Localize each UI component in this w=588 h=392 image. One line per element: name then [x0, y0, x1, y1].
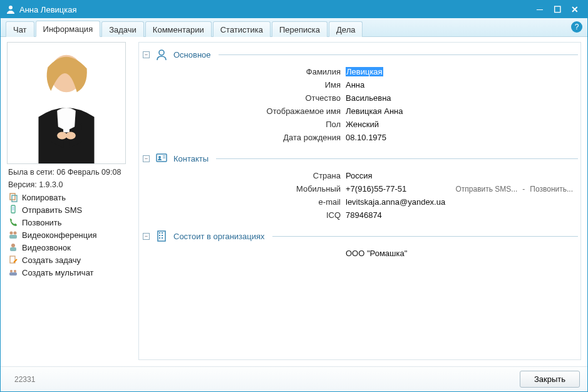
- maximize-button[interactable]: ☐: [549, 3, 566, 16]
- field-country-value[interactable]: Россия: [346, 171, 573, 180]
- video-conf-icon: [8, 230, 18, 240]
- action-video-conf-label: Видеоконференция: [22, 230, 97, 240]
- action-call[interactable]: Позвонить: [7, 217, 132, 228]
- field-gender-value[interactable]: Женский: [346, 120, 573, 129]
- window-title: Анна Левицкая: [19, 5, 531, 14]
- contacts-card-icon: [155, 152, 168, 165]
- collapse-toggle[interactable]: −: [143, 233, 150, 240]
- field-mobile-label: Мобильный: [139, 184, 346, 193]
- field-organization: ООО "Ромашка": [139, 247, 578, 260]
- field-patronymic-label: Отчество: [139, 93, 346, 103]
- field-surname: Фамилия Левицкая: [139, 65, 578, 78]
- section-divider: [272, 236, 578, 237]
- close-button[interactable]: Закрыть: [520, 371, 580, 388]
- svg-rect-25: [162, 232, 163, 234]
- svg-rect-26: [159, 235, 160, 236]
- section-main-header: − Основное: [139, 48, 578, 61]
- avatar: [7, 42, 126, 164]
- field-organization-value[interactable]: ООО "Ромашка": [346, 249, 573, 258]
- close-window-button[interactable]: ✕: [566, 3, 584, 16]
- action-send-sms[interactable]: Отправить SMS: [7, 204, 132, 215]
- tab-correspondence[interactable]: Переписка: [272, 21, 328, 37]
- section-contacts-title: Контакты: [173, 154, 209, 163]
- version-text: Версия: 1.9.3.0: [7, 180, 132, 189]
- svg-point-10: [14, 232, 17, 235]
- tabs-row: Чат Информация Задачи Комментарии Статис…: [1, 18, 587, 37]
- svg-point-20: [158, 156, 161, 158]
- svg-point-12: [11, 244, 15, 247]
- svg-point-9: [10, 232, 13, 235]
- action-create-multichat[interactable]: Создать мультичат: [7, 267, 132, 278]
- svg-rect-28: [159, 237, 160, 239]
- tab-tasks[interactable]: Задачи: [101, 21, 144, 37]
- sms-icon: [8, 205, 18, 215]
- minimize-button[interactable]: ─: [531, 3, 549, 16]
- section-contacts-header: − Контакты: [139, 152, 578, 165]
- field-country-label: Страна: [139, 171, 346, 180]
- section-divider: [219, 54, 578, 55]
- tab-cases[interactable]: Дела: [329, 21, 363, 37]
- field-display-value[interactable]: Левицкая Анна: [346, 106, 573, 116]
- section-main: − Основное Фамилия Левицкая Имя Анна: [139, 48, 578, 144]
- field-icq-value[interactable]: 78946874: [346, 210, 573, 220]
- field-name: Имя Анна: [139, 78, 578, 91]
- building-icon: [155, 229, 168, 243]
- field-email: e-mail levitskaja.anna@yandex.ua: [139, 195, 578, 209]
- field-country: Страна Россия: [139, 169, 578, 182]
- action-video-conf[interactable]: Видеоконференция: [7, 229, 132, 240]
- help-icon[interactable]: ?: [571, 21, 582, 33]
- action-copy-label: Копировать: [22, 193, 66, 202]
- section-main-title: Основное: [173, 50, 211, 59]
- content-area: Была в сети: 06 Февраль 09:08 Версия: 1.…: [1, 37, 587, 366]
- tab-statistics[interactable]: Статистика: [213, 21, 271, 37]
- collapse-toggle[interactable]: −: [143, 51, 150, 58]
- field-gender-label: Пол: [139, 120, 346, 129]
- field-email-label: e-mail: [139, 197, 346, 207]
- svg-rect-13: [10, 247, 16, 251]
- last-seen-text: Была в сети: 06 Февраль 09:08: [7, 168, 132, 177]
- field-surname-label: Фамилия: [139, 67, 346, 76]
- svg-point-0: [9, 6, 13, 9]
- field-display-name: Отображаемое имя Левицкая Анна: [139, 105, 578, 118]
- person-card-icon: [155, 48, 168, 61]
- field-email-value[interactable]: levitskaja.anna@yandex.ua: [346, 197, 573, 207]
- field-surname-value[interactable]: Левицкая: [346, 67, 383, 76]
- collapse-toggle[interactable]: −: [143, 155, 150, 162]
- field-mobile-value[interactable]: +7(916)55-77-51: [346, 184, 406, 193]
- action-call-label: Позвонить: [22, 218, 62, 227]
- svg-rect-5: [10, 193, 15, 200]
- svg-rect-11: [9, 235, 17, 239]
- field-dob-label: Дата рождения: [139, 133, 346, 142]
- field-dob-value[interactable]: 08.10.1975: [346, 133, 573, 142]
- action-copy[interactable]: Копировать: [7, 192, 132, 203]
- section-divider: [216, 158, 578, 159]
- field-name-label: Имя: [139, 80, 346, 90]
- svg-rect-17: [9, 272, 17, 276]
- tab-comments[interactable]: Комментарии: [145, 21, 212, 37]
- field-dob: Дата рождения 08.10.1975: [139, 131, 578, 144]
- field-name-value[interactable]: Анна: [346, 80, 573, 90]
- field-patronymic-value[interactable]: Васильевна: [346, 93, 573, 103]
- action-video-call[interactable]: Видеозвонок: [7, 242, 132, 253]
- action-create-multichat-label: Создать мультичат: [22, 268, 94, 277]
- svg-rect-6: [12, 195, 17, 202]
- mobile-send-sms-link[interactable]: Отправить SMS...: [455, 185, 517, 193]
- footer: 22331 Закрыть: [1, 366, 587, 391]
- window-frame: Анна Левицкая ─ ☐ ✕ Чат Информация Задач…: [0, 0, 588, 392]
- action-create-task-label: Создать задачу: [22, 255, 81, 265]
- tab-chat[interactable]: Чат: [6, 21, 34, 37]
- titlebar: Анна Левицкая ─ ☐ ✕: [1, 1, 587, 18]
- row-action-sep: -: [522, 185, 525, 193]
- footer-id: 22331: [14, 375, 35, 384]
- section-contacts: − Контакты Страна Россия Мобильный: [139, 152, 578, 222]
- action-create-task[interactable]: Создать задачу: [7, 254, 132, 266]
- svg-rect-27: [162, 235, 163, 236]
- tab-information[interactable]: Информация: [36, 21, 101, 37]
- field-mobile: Мобильный +7(916)55-77-51 Отправить SMS.…: [139, 182, 578, 195]
- phone-icon: [8, 217, 18, 227]
- details-pane: − Основное Фамилия Левицкая Имя Анна: [138, 42, 581, 360]
- field-display-label: Отображаемое имя: [139, 106, 346, 116]
- svg-point-18: [159, 50, 164, 55]
- mobile-call-link[interactable]: Позвонить...: [530, 185, 573, 193]
- svg-rect-29: [162, 237, 163, 239]
